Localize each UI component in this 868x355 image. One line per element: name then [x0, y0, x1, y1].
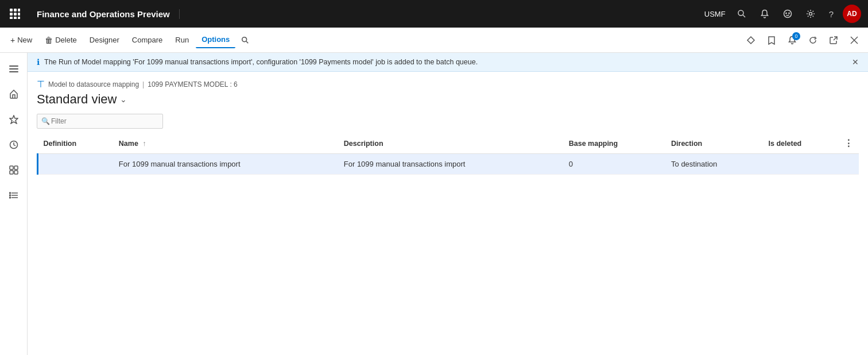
page-title: Standard view [37, 92, 117, 107]
table-container: Definition Name ↑ Description Base mappi… [28, 133, 868, 355]
svg-rect-28 [10, 171, 13, 174]
new-button[interactable]: + New [5, 32, 38, 48]
notification-badge-button[interactable]: 0 [783, 31, 801, 49]
sidebar-item-workspace[interactable] [2, 159, 25, 182]
info-banner: ℹ The Run of Model mapping 'For 1099 man… [28, 53, 868, 72]
svg-rect-1 [14, 9, 17, 11]
svg-rect-3 [10, 13, 13, 16]
delete-icon: 🗑 [45, 36, 53, 45]
svg-rect-0 [10, 9, 13, 11]
top-bar: Finance and Operations Preview USMF ? AD [0, 0, 868, 28]
company-code: USMF [704, 10, 726, 18]
col-name[interactable]: Name ↑ [113, 133, 338, 154]
content-area: ℹ The Run of Model mapping 'For 1099 man… [28, 53, 868, 355]
info-banner-close[interactable]: ✕ [852, 57, 859, 67]
svg-rect-26 [10, 166, 13, 169]
svg-marker-17 [747, 37, 754, 44]
svg-point-33 [9, 192, 10, 194]
sort-icon: ↑ [142, 140, 146, 148]
smiley-button[interactable] [778, 6, 797, 22]
breadcrumb-part1: Model to datasource mapping [48, 80, 139, 88]
column-options-icon[interactable]: ⋮ [844, 138, 853, 148]
info-icon: ℹ [37, 57, 40, 67]
svg-rect-7 [14, 17, 17, 19]
svg-line-18 [834, 37, 837, 40]
cell-name: For 1099 manual transactions import [113, 154, 338, 175]
svg-line-10 [743, 15, 745, 17]
run-button[interactable]: Run [169, 32, 195, 48]
svg-point-12 [785, 13, 786, 13]
svg-point-34 [9, 195, 10, 196]
svg-rect-22 [9, 68, 18, 70]
action-bar: + New 🗑 Delete Designer Compare Run Opti… [0, 28, 868, 53]
cell-description: For 1099 manual transactions import [338, 154, 563, 175]
gear-button[interactable] [801, 6, 820, 22]
svg-rect-2 [18, 9, 20, 11]
bell-button[interactable] [755, 6, 774, 22]
table-header-row: Definition Name ↑ Description Base mappi… [38, 133, 859, 154]
svg-rect-5 [18, 13, 20, 16]
row-menu-cell [838, 154, 859, 175]
svg-rect-27 [14, 166, 18, 169]
col-base-mapping: Base mapping [563, 133, 665, 154]
sidebar-item-favorites[interactable] [2, 108, 25, 131]
col-is-deleted: Is deleted [763, 133, 838, 154]
designer-button[interactable]: Designer [84, 32, 125, 48]
col-direction: Direction [665, 133, 763, 154]
cell-baseMapping: 0 [563, 154, 665, 175]
svg-rect-21 [9, 65, 18, 67]
svg-rect-4 [14, 13, 17, 16]
svg-point-35 [9, 197, 10, 198]
col-menu: ⋮ [838, 133, 859, 154]
col-description: Description [338, 133, 563, 154]
close-icon[interactable] [845, 31, 863, 49]
breadcrumb-sep: | [142, 80, 144, 88]
bookmark-icon[interactable] [762, 31, 781, 49]
filter-bar: 🔍 [28, 111, 868, 133]
svg-line-16 [246, 41, 249, 43]
svg-point-15 [242, 37, 247, 41]
grid-icon[interactable] [7, 6, 23, 22]
page-header: ⊤ Model to datasource mapping | 1099 PAY… [28, 72, 868, 111]
action-right-group: 0 [742, 31, 863, 49]
svg-point-11 [784, 10, 791, 18]
sidebar-item-list[interactable] [2, 184, 25, 207]
svg-marker-24 [10, 115, 18, 124]
svg-rect-8 [18, 17, 20, 19]
page-title-row: Standard view ⌄ [37, 92, 859, 107]
open-new-window-icon[interactable] [824, 31, 843, 49]
svg-rect-23 [9, 71, 18, 72]
svg-point-9 [738, 10, 743, 16]
svg-rect-6 [10, 17, 13, 19]
sidebar-item-home[interactable] [2, 83, 25, 106]
refresh-icon[interactable] [804, 31, 822, 49]
sidebar-item-hamburger[interactable] [2, 57, 25, 80]
col-definition: Definition [38, 133, 113, 154]
action-search-button[interactable] [237, 34, 254, 47]
cell-definition [38, 154, 113, 175]
app-title: Finance and Operations Preview [28, 9, 180, 19]
page-title-chevron[interactable]: ⌄ [120, 95, 127, 104]
new-icon: + [10, 36, 15, 45]
svg-point-13 [788, 13, 789, 13]
svg-rect-29 [14, 171, 18, 174]
info-banner-text: The Run of Model mapping 'For 1099 manua… [44, 58, 478, 66]
svg-point-14 [809, 13, 812, 16]
help-button[interactable]: ? [824, 6, 838, 22]
filter-input-icon: 🔍 [41, 117, 50, 125]
avatar[interactable]: AD [843, 5, 861, 23]
breadcrumb: ⊤ Model to datasource mapping | 1099 PAY… [37, 79, 859, 90]
options-button[interactable]: Options [196, 32, 235, 48]
filter-icon[interactable]: ⊤ [37, 79, 45, 90]
filter-input[interactable] [37, 114, 163, 129]
breadcrumb-part2: 1099 PAYMENTS MODEL : 6 [148, 80, 238, 88]
diamond-icon[interactable] [742, 31, 760, 49]
sidebar [0, 53, 28, 355]
compare-button[interactable]: Compare [126, 32, 168, 48]
notification-count: 0 [792, 32, 800, 40]
filter-input-wrap: 🔍 [37, 114, 163, 129]
table-row[interactable]: For 1099 manual transactions importFor 1… [38, 154, 859, 175]
search-button[interactable] [733, 6, 751, 22]
sidebar-item-recent[interactable] [2, 133, 25, 156]
delete-button[interactable]: 🗑 Delete [39, 32, 83, 48]
